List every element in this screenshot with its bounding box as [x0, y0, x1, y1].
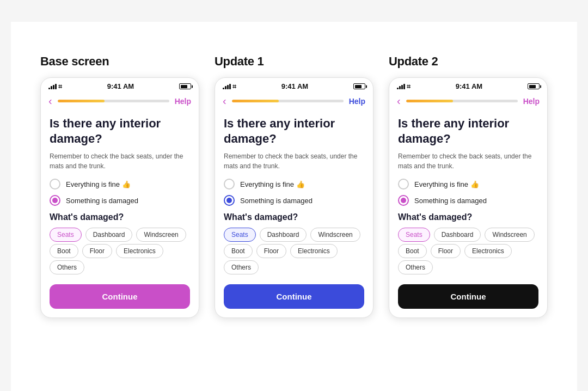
chip-2-5[interactable]: Electronics — [464, 244, 512, 258]
radio-option-1-1[interactable]: Something is damaged — [224, 195, 364, 206]
chip-0-3[interactable]: Boot — [50, 244, 78, 258]
radio-circle-1-1 — [224, 195, 235, 206]
radio-option-2-0[interactable]: Everything is fine 👍 — [398, 179, 538, 190]
chip-0-0[interactable]: Seats — [50, 228, 82, 242]
status-left-2: ⌗ — [397, 83, 411, 90]
phone-content-0: Is there any interior damage?Remember to… — [41, 111, 199, 317]
progress-fill-0 — [58, 100, 105, 102]
question-sub-0: Remember to check the back seats, under … — [50, 151, 190, 171]
phone-frame-1: ⌗ 9:41 AM ‹HelpIs there any interior dam… — [215, 77, 373, 318]
battery-fill-2 — [529, 85, 536, 88]
status-right-0 — [179, 83, 191, 89]
status-time-2: 9:41 AM — [456, 82, 482, 90]
screen-column-2: Update 2 ⌗ 9:41 AM ‹HelpIs there any int… — [389, 54, 548, 318]
chips-row3-2: Others — [398, 260, 538, 274]
nav-bar-1: ‹Help — [215, 93, 373, 111]
screen-column-0: Base screen ⌗ 9:41 AM ‹HelpIs there any … — [40, 54, 199, 318]
status-bar-2: ⌗ 9:41 AM — [389, 78, 547, 93]
screen-heading-1: Update 1 — [215, 54, 264, 69]
radio-label-1-0: Everything is fine 👍 — [240, 180, 305, 188]
status-time-1: 9:41 AM — [281, 82, 308, 90]
question-title-1: Is there any interior damage? — [224, 116, 364, 146]
question-title-0: Is there any interior damage? — [50, 116, 190, 146]
chips-row3-0: Others — [50, 260, 190, 274]
question-sub-1: Remember to check the back seats, under … — [224, 151, 364, 171]
chips-row2-0: BootFloorElectronics — [50, 244, 190, 258]
wifi-icon-0: ⌗ — [58, 83, 62, 90]
battery-icon-2 — [528, 83, 540, 89]
radio-label-2-1: Something is damaged — [414, 197, 487, 205]
progress-fill-1 — [232, 100, 279, 102]
back-button-1[interactable]: ‹ — [223, 95, 226, 107]
chips-row1-2: SeatsDashboardWindscreen — [398, 228, 538, 242]
help-button-1[interactable]: Help — [349, 97, 365, 106]
progress-bar-1 — [232, 100, 344, 102]
chips-row1-0: SeatsDashboardWindscreen — [50, 228, 190, 242]
chip-0-2[interactable]: Windscreen — [136, 228, 186, 242]
chip-2-2[interactable]: Windscreen — [485, 228, 534, 242]
chips-row3-1: Others — [224, 260, 364, 274]
chip-1-3[interactable]: Boot — [224, 244, 253, 258]
signal-icon-2 — [397, 84, 405, 89]
phone-content-2: Is there any interior damage?Remember to… — [389, 111, 547, 317]
status-right-2 — [528, 83, 540, 89]
battery-fill-0 — [181, 85, 188, 88]
chip-0-5[interactable]: Electronics — [116, 244, 163, 258]
radio-option-0-0[interactable]: Everything is fine 👍 — [50, 179, 190, 190]
radio-circle-2-1 — [398, 195, 409, 206]
signal-icon-0 — [48, 84, 57, 89]
chip-1-2[interactable]: Windscreen — [310, 228, 360, 242]
question-title-2: Is there any interior damage? — [398, 116, 538, 146]
radio-label-0-0: Everything is fine 👍 — [66, 180, 131, 188]
radio-circle-1-0 — [224, 179, 235, 190]
chip-2-4[interactable]: Floor — [431, 244, 461, 258]
wifi-icon-1: ⌗ — [232, 83, 236, 90]
chips-row2-1: BootFloorElectronics — [224, 244, 364, 258]
chip-1-0[interactable]: Seats — [224, 228, 256, 242]
radio-label-1-1: Something is damaged — [240, 197, 313, 205]
chip-2-1[interactable]: Dashboard — [434, 228, 481, 242]
status-left-0: ⌗ — [48, 83, 62, 90]
screen-heading-0: Base screen — [40, 54, 109, 69]
radio-option-2-1[interactable]: Something is damaged — [398, 195, 538, 206]
chip-2-0[interactable]: Seats — [398, 228, 430, 242]
chip-0-4[interactable]: Floor — [82, 244, 112, 258]
chip-1-4[interactable]: Floor — [256, 244, 286, 258]
phone-frame-0: ⌗ 9:41 AM ‹HelpIs there any interior dam… — [40, 77, 199, 318]
nav-bar-2: ‹Help — [389, 93, 547, 111]
chip-2-6[interactable]: Others — [398, 260, 433, 274]
progress-bar-2 — [406, 100, 518, 102]
nav-bar-0: ‹Help — [41, 93, 199, 111]
phone-frame-2: ⌗ 9:41 AM ‹HelpIs there any interior dam… — [389, 77, 548, 318]
chip-0-1[interactable]: Dashboard — [85, 228, 133, 242]
battery-fill-1 — [355, 85, 362, 88]
radio-circle-0-0 — [50, 179, 60, 190]
chip-2-3[interactable]: Boot — [398, 244, 427, 258]
status-time-0: 9:41 AM — [107, 82, 134, 90]
continue-button-1[interactable]: Continue — [224, 284, 364, 309]
help-button-0[interactable]: Help — [175, 97, 191, 106]
question-sub-2: Remember to check the back seats, under … — [398, 151, 538, 171]
status-bar-1: ⌗ 9:41 AM — [215, 78, 373, 93]
continue-button-0[interactable]: Continue — [50, 284, 190, 309]
page-wrapper: Base screen ⌗ 9:41 AM ‹HelpIs there any … — [11, 22, 577, 391]
chip-1-5[interactable]: Electronics — [290, 244, 338, 258]
radio-circle-2-0 — [398, 179, 409, 190]
help-button-2[interactable]: Help — [523, 97, 540, 106]
chip-1-1[interactable]: Dashboard — [260, 228, 307, 242]
continue-button-2[interactable]: Continue — [398, 284, 538, 309]
section-title-1: What's damaged? — [224, 212, 364, 222]
progress-bar-0 — [58, 100, 169, 102]
chips-row1-1: SeatsDashboardWindscreen — [224, 228, 364, 242]
progress-fill-2 — [406, 100, 453, 102]
chip-1-6[interactable]: Others — [224, 260, 259, 274]
chip-0-6[interactable]: Others — [50, 260, 84, 274]
back-button-0[interactable]: ‹ — [48, 95, 52, 107]
screen-heading-2: Update 2 — [389, 54, 438, 69]
radio-option-0-1[interactable]: Something is damaged — [50, 195, 190, 206]
screen-column-1: Update 1 ⌗ 9:41 AM ‹HelpIs there any int… — [215, 54, 373, 318]
radio-option-1-0[interactable]: Everything is fine 👍 — [224, 179, 364, 190]
back-button-2[interactable]: ‹ — [397, 95, 401, 107]
phone-content-1: Is there any interior damage?Remember to… — [215, 111, 373, 317]
radio-label-2-0: Everything is fine 👍 — [414, 180, 479, 188]
